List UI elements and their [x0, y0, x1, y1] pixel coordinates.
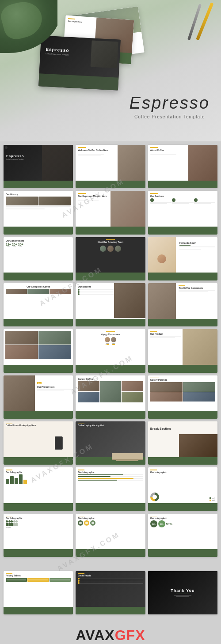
slide-6-services[interactable]: Our Services [148, 191, 217, 234]
slide-21-break[interactable]: Break Section [148, 421, 217, 465]
slide-13-gallery-small[interactable] [4, 329, 73, 372]
slide-5-mission[interactable]: Our Espresso Mission Here [76, 191, 145, 234]
slide-19-phone-mockup[interactable]: Coffee Phone Mockup App Here [4, 421, 73, 465]
slide-26-infographic-icons[interactable]: Our Infographic [76, 514, 145, 557]
slides-grid: Espresso Coffee Presentation Template We… [0, 141, 221, 563]
slides-row-6: Now Our Project Here Gallery Coffee [4, 375, 217, 419]
slide-24-infographic-donut[interactable]: Our Infographic Item 1 Item 2 [148, 467, 217, 511]
slide-16-project[interactable]: Now Our Project Here [4, 375, 73, 419]
hero-subtitle: Coffee Presentation Template [130, 114, 210, 119]
slide-14-happy-consumers[interactable]: Happy Consumers Name [76, 329, 145, 372]
slide-3-about[interactable]: About Coffee [148, 145, 217, 188]
footer-section: Pricing Tables [0, 568, 221, 621]
slide-18-gallery-portfolio[interactable]: Gallery Portfolio [148, 375, 217, 419]
slide-20-laptop-mockup[interactable]: Coffee Laptop Mockup Web [76, 421, 145, 465]
slide-25-infographic-people[interactable]: Our Infographic [4, 514, 73, 557]
avax-logo-domain: .com [0, 642, 221, 644]
slide-12-top-consumers[interactable]: Top Coffee Consumers [148, 283, 217, 326]
gfx-logo-text: GFX [115, 627, 145, 644]
hero-title: Espresso [130, 94, 210, 113]
slide-29-contact[interactable]: Get It Touch [76, 571, 145, 614]
slide-8-team[interactable]: Meet Our Amazing Team [76, 237, 145, 280]
slide-11-benefits[interactable]: Our Benefits [76, 283, 145, 326]
footer-slides-row: Pricing Tables [4, 571, 217, 614]
slides-row-2: Our History [4, 191, 217, 234]
slides-row-8: Our Infographic Our Infographic [4, 467, 217, 511]
slides-row-9: Our Infographic [4, 514, 217, 557]
slide-2-welcome[interactable]: Welcome To Our Coffee Here [76, 145, 145, 188]
slide-17-gallery-coffee[interactable]: Gallery Coffee [76, 375, 145, 419]
pencils-decoration [166, 2, 210, 38]
slides-row-7: Coffee Phone Mockup App Here Coffee Lapt… [4, 421, 217, 465]
slides-row-5: Happy Consumers Name [4, 329, 217, 372]
slides-row-1: Espresso Coffee Presentation Template We… [4, 145, 217, 188]
slide-4-history[interactable]: Our History [4, 191, 73, 234]
slide-9-profile[interactable]: Fernando Smith [148, 237, 217, 280]
slide-7-achievement[interactable]: Our Achievement 12+ Label 20+ Label 35+ [4, 237, 73, 280]
slide-30-thank-you[interactable]: Thank You [148, 571, 217, 614]
bottom-logo-section: AVAX GFX .com [0, 621, 221, 644]
avax-logo-text: AVAX [76, 627, 115, 644]
slide-22-infographic-bar[interactable]: Our Infographic [4, 467, 73, 511]
slide-27-infographic-tree[interactable]: Our Infographic 25% 39% [148, 514, 217, 557]
slide-1-espresso[interactable]: Espresso Coffee Presentation Template [4, 145, 73, 188]
hero-title-block: Espresso Coffee Presentation Template [130, 94, 210, 119]
slides-row-3: Our Achievement 12+ Label 20+ Label 35+ [4, 237, 217, 280]
slide-28-pricing[interactable]: Pricing Tables [4, 571, 73, 614]
hero-section: Our History Our Project Here Espresso [0, 0, 221, 141]
slide-23-infographic-progress[interactable]: Our Infographic [76, 467, 145, 511]
slide-15-product[interactable]: Our Product [148, 329, 217, 372]
slides-row-4: Our Categories Coffee Our Benefits [4, 283, 217, 326]
slide-10-categories[interactable]: Our Categories Coffee [4, 283, 73, 326]
